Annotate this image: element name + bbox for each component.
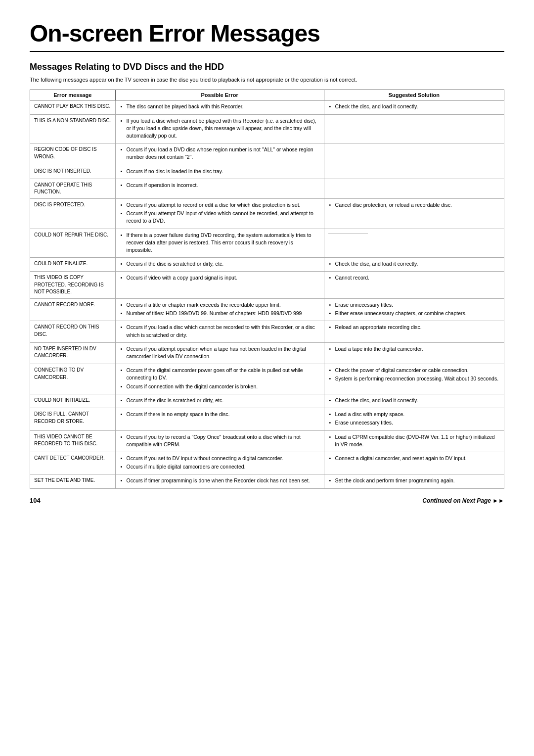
error-cell: REGION CODE OF DISC IS WRONG.: [30, 143, 116, 165]
list-item: Erase unnecessary titles.: [328, 419, 500, 426]
possible-cell: Occurs if you attempt operation when a t…: [115, 342, 324, 364]
table-row: NO TAPE INSERTED IN DV CAMCORDER.Occurs …: [30, 342, 504, 364]
possible-cell: Occurs if video with a copy guard signal…: [115, 272, 324, 299]
error-cell: DISC IS FULL. CANNOT RECORD OR STORE.: [30, 408, 116, 430]
list-item: Connect a digital camcorder, and reset a…: [328, 455, 500, 462]
intro-text: The following messages appear on the TV …: [30, 76, 504, 84]
possible-cell: Occurs if the disc is scratched or dirty…: [115, 258, 324, 272]
error-cell: CANNOT OPERATE THIS FUNCTION.: [30, 179, 116, 198]
col-header-solution: Suggested Solution: [324, 90, 504, 100]
possible-cell: Occurs if timer programming is done when…: [115, 474, 324, 488]
list-item: Occurs if the digital camcorder power go…: [120, 367, 320, 381]
error-cell: THIS VIDEO CANNOT BE RECORDED TO THIS DI…: [30, 430, 116, 452]
col-header-error: Error message: [30, 90, 116, 100]
list-item: Cannot record.: [328, 274, 500, 282]
solution-cell: Cancel disc protection, or reload a reco…: [324, 198, 504, 229]
possible-cell: The disc cannot be played back with this…: [115, 100, 324, 114]
table-row: CANNOT OPERATE THIS FUNCTION.Occurs if o…: [30, 179, 504, 198]
solution-cell: [324, 143, 504, 165]
list-item: Occurs if you attempt to record or edit …: [120, 201, 320, 209]
list-item: Check the disc, and load it correctly.: [328, 103, 500, 110]
solution-cell: [324, 179, 504, 198]
error-cell: SET THE DATE AND TIME.: [30, 474, 116, 488]
list-item: Number of titles: HDD 199/DVD 99. Number…: [120, 310, 320, 317]
table-row: THIS IS A NON-STANDARD DISC.If you load …: [30, 114, 504, 143]
list-item: Load a CPRM compatible disc (DVD-RW Ver.…: [328, 433, 500, 448]
solution-cell: [324, 114, 504, 143]
continued-text: Continued on Next Page ►►: [422, 497, 504, 504]
error-cell: COULD NOT INITIALIZE.: [30, 394, 116, 408]
list-item: Occurs if multiple digital camcorders ar…: [120, 463, 320, 471]
solution-cell: Cannot record.: [324, 272, 504, 299]
section-title: Messages Relating to DVD Discs and the H…: [30, 62, 504, 72]
error-cell: DISC IS PROTECTED.: [30, 198, 116, 229]
solution-cell: Check the disc, and load it correctly.: [324, 394, 504, 408]
list-item: Occurs if a title or chapter mark exceed…: [120, 301, 320, 309]
list-item: Occurs if you load a DVD disc whose regi…: [120, 146, 320, 161]
solution-cell: Check the power of digital camcorder or …: [324, 364, 504, 394]
solution-cell: Load a tape into the digital camcorder.: [324, 342, 504, 364]
table-row: COULD NOT REPAIR THE DISC.If there is a …: [30, 229, 504, 258]
list-item: Check the power of digital camcorder or …: [328, 367, 500, 374]
error-cell: THIS IS A NON-STANDARD DISC.: [30, 114, 116, 143]
error-cell: THIS VIDEO IS COPY PROTECTED. RECORDING …: [30, 272, 116, 299]
list-item: Occurs if no disc is loaded in the disc …: [120, 168, 320, 175]
error-cell: CONNECTING TO DV CAMCORDER.: [30, 364, 116, 394]
col-header-possible: Possible Error: [115, 90, 324, 100]
possible-cell: Occurs if you attempt to record or edit …: [115, 198, 324, 229]
list-item: Occurs if there is no empty space in the…: [120, 411, 320, 418]
list-item: Occurs if the disc is scratched or dirty…: [120, 260, 320, 268]
error-messages-table: Error message Possible Error Suggested S…: [30, 90, 504, 488]
error-cell: DISC IS NOT INSERTED.: [30, 165, 116, 179]
solution-cell: Erase unnecessary titles.Either erase un…: [324, 298, 504, 321]
list-item: Occurs if video with a copy guard signal…: [120, 274, 320, 282]
possible-cell: Occurs if there is no empty space in the…: [115, 408, 324, 430]
list-item: If you load a disc which cannot be playe…: [120, 117, 320, 140]
list-item: Cancel disc protection, or reload a reco…: [328, 201, 500, 209]
solution-cell: Set the clock and perform timer programm…: [324, 474, 504, 488]
list-item: Occurs if connection with the digital ca…: [120, 383, 320, 390]
list-item: If there is a power failure during DVD r…: [120, 232, 320, 254]
list-item: Occurs if you load a disc which cannot b…: [120, 324, 320, 338]
error-cell: COULD NOT REPAIR THE DISC.: [30, 229, 116, 258]
list-item: Load a tape into the digital camcorder.: [328, 345, 500, 353]
table-row: DISC IS FULL. CANNOT RECORD OR STORE.Occ…: [30, 408, 504, 430]
page-title: On-screen Error Messages: [30, 20, 504, 52]
possible-cell: Occurs if you try to record a "Copy Once…: [115, 430, 324, 452]
solution-cell: Check the disc, and load it correctly.: [324, 100, 504, 114]
list-item: The disc cannot be played back with this…: [120, 103, 320, 110]
table-row: DISC IS PROTECTED.Occurs if you attempt …: [30, 198, 504, 229]
possible-cell: Occurs if operation is incorrect.: [115, 179, 324, 198]
solution-cell: Connect a digital camcorder, and reset a…: [324, 452, 504, 474]
possible-cell: Occurs if you load a disc which cannot b…: [115, 321, 324, 342]
list-item: Occurs if timer programming is done when…: [120, 477, 320, 484]
table-row: CANNOT PLAY BACK THIS DISC.The disc cann…: [30, 100, 504, 114]
list-item: System is performing reconnection proces…: [328, 375, 500, 382]
possible-cell: Occurs if you set to DV input without co…: [115, 452, 324, 474]
possible-cell: If you load a disc which cannot be playe…: [115, 114, 324, 143]
error-cell: CANNOT RECORD MORE.: [30, 298, 116, 321]
table-row: SET THE DATE AND TIME.Occurs if timer pr…: [30, 474, 504, 488]
list-item: Occurs if the disc is scratched or dirty…: [120, 397, 320, 404]
possible-cell: Occurs if a title or chapter mark exceed…: [115, 298, 324, 321]
table-row: CANNOT RECORD MORE.Occurs if a title or …: [30, 298, 504, 321]
list-item: Occurs if operation is incorrect.: [120, 182, 320, 189]
list-item: Occurs if you attempt DV input of video …: [120, 210, 320, 225]
list-item: Reload an appropriate recording disc.: [328, 324, 500, 331]
error-cell: CANNOT PLAY BACK THIS DISC.: [30, 100, 116, 114]
table-row: CONNECTING TO DV CAMCORDER.Occurs if the…: [30, 364, 504, 394]
list-item: Occurs if you set to DV input without co…: [120, 455, 320, 462]
table-row: COULD NOT FINALIZE.Occurs if the disc is…: [30, 258, 504, 272]
error-cell: CANNOT RECORD ON THIS DISC.: [30, 321, 116, 342]
table-row: THIS VIDEO IS COPY PROTECTED. RECORDING …: [30, 272, 504, 299]
possible-cell: Occurs if no disc is loaded in the disc …: [115, 165, 324, 179]
list-item: Check the disc, and load it correctly.: [328, 260, 500, 268]
solution-cell: Load a CPRM compatible disc (DVD-RW Ver.…: [324, 430, 504, 452]
table-row: REGION CODE OF DISC IS WRONG.Occurs if y…: [30, 143, 504, 165]
table-row: COULD NOT INITIALIZE.Occurs if the disc …: [30, 394, 504, 408]
possible-cell: If there is a power failure during DVD r…: [115, 229, 324, 258]
list-item: Occurs if you try to record a "Copy Once…: [120, 433, 320, 448]
possible-cell: Occurs if the disc is scratched or dirty…: [115, 394, 324, 408]
solution-cell: Check the disc, and load it correctly.: [324, 258, 504, 272]
solution-cell: [324, 165, 504, 179]
